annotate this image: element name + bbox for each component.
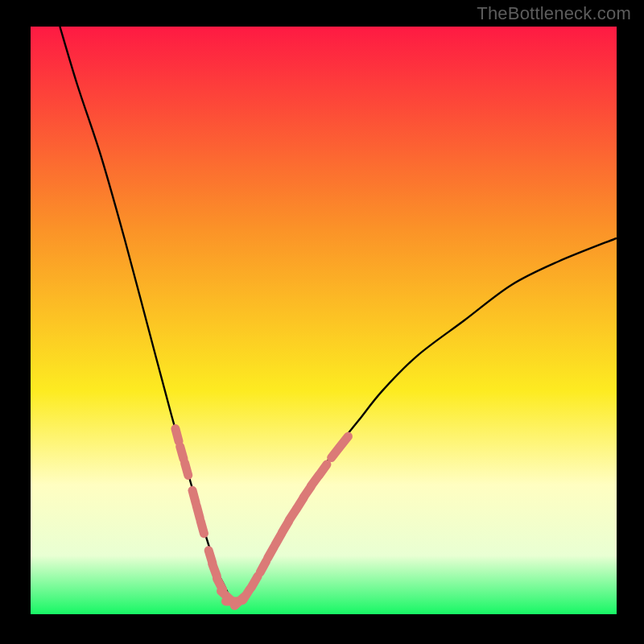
curve-marker [192, 490, 196, 502]
bottleneck-chart [0, 0, 644, 644]
curve-marker [175, 429, 179, 441]
watermark-text: TheBottleneck.com [477, 3, 631, 24]
curve-marker [341, 436, 349, 447]
curve-marker [268, 547, 275, 558]
curve-marker [196, 506, 200, 518]
curve-marker [320, 464, 327, 475]
gradient-plot-area [31, 27, 617, 614]
curve-marker [185, 463, 188, 475]
curve-marker [260, 561, 266, 572]
curve-marker [251, 576, 258, 588]
curve-marker [180, 447, 184, 459]
curve-marker [200, 521, 204, 533]
chart-frame: TheBottleneck.com [0, 0, 644, 644]
